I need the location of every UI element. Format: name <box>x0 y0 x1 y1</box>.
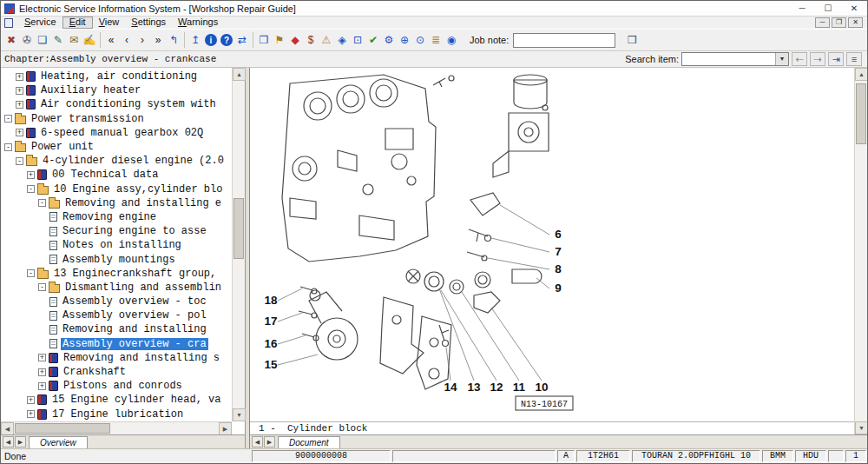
app-icon[interactable] <box>4 3 15 14</box>
page-preview-icon[interactable]: ❏ <box>35 31 50 49</box>
tree-item[interactable]: +Heating, air conditioning <box>1 70 232 83</box>
tree-item[interactable]: +17 Engine lubrication <box>1 408 232 421</box>
vehicle-check-icon[interactable]: ✔ <box>365 31 381 49</box>
maximize-button[interactable]: ☐ <box>815 1 841 16</box>
goto-chapter-icon[interactable]: ⇥ <box>828 52 844 66</box>
tree-item[interactable]: Removing engine <box>1 210 232 224</box>
exit-icon[interactable]: ✖ <box>3 31 19 49</box>
menu-view[interactable]: View <box>93 17 126 29</box>
protection-icon[interactable]: ◈ <box>334 31 350 49</box>
expand-icon[interactable]: + <box>16 87 23 95</box>
menu-service[interactable]: Service <box>18 17 62 29</box>
monitor-icon[interactable]: ⊡ <box>350 31 365 49</box>
tree-item[interactable]: +Removing and installing s <box>1 351 232 365</box>
tree-item[interactable]: +15 Engine cylinder head, va <box>1 393 232 407</box>
tab-nav-right-icon[interactable]: ▶ <box>264 436 275 447</box>
web-icon[interactable]: ◉ <box>444 31 459 49</box>
expand-icon[interactable]: + <box>16 129 23 136</box>
expand-icon[interactable]: + <box>38 382 46 390</box>
scroll-up-icon[interactable]: ▲ <box>855 68 868 81</box>
edit-note-icon[interactable]: ✎ <box>50 31 66 49</box>
tree-item[interactable]: Removing and installing <box>1 322 232 336</box>
collapse-icon[interactable]: - <box>27 269 35 277</box>
tree-hscroll-thumb[interactable] <box>15 423 110 434</box>
wage-data-icon[interactable]: $ <box>303 31 319 49</box>
tab-nav-right-icon[interactable]: ▶ <box>15 436 26 447</box>
collapse-icon[interactable]: - <box>4 115 12 123</box>
nav-last-icon[interactable]: » <box>150 31 166 49</box>
help-icon[interactable]: ? <box>220 34 233 46</box>
tree-item[interactable]: Notes on installing <box>1 238 232 252</box>
search-level-icon[interactable]: ⊕ <box>397 31 412 49</box>
expand-icon[interactable]: + <box>27 410 35 418</box>
menu-settings[interactable]: Settings <box>125 17 172 29</box>
compare-icon[interactable]: ⇄ <box>234 31 250 49</box>
tab-overview[interactable]: Overview <box>29 436 88 448</box>
nav-prev-icon[interactable]: ‹ <box>119 31 135 49</box>
warning-icon[interactable]: ⚠ <box>319 31 334 49</box>
scroll-down-icon[interactable]: ▼ <box>233 408 246 421</box>
tree-item[interactable]: -13 Enginecrankshaft group, <box>1 267 232 281</box>
tree-item[interactable]: Assembly overview - pol <box>1 308 232 322</box>
info-icon[interactable]: i <box>205 34 217 46</box>
close-button[interactable]: ✕ <box>841 1 867 16</box>
bookmark-flag-icon[interactable]: ⚑ <box>272 31 287 49</box>
mail-send-icon[interactable]: ✍ <box>82 31 97 49</box>
document-icon[interactable] <box>4 18 13 28</box>
tree-item[interactable]: Assembly mountings <box>1 252 232 266</box>
mdi-restore-button[interactable]: ❐ <box>832 17 846 28</box>
expand-icon[interactable]: + <box>16 73 23 81</box>
tree-item[interactable]: -4-cylinder diesel engine (2.0 <box>1 154 232 168</box>
mdi-minimize-button[interactable]: ─ <box>815 17 830 28</box>
chevron-down-icon[interactable]: ▼ <box>775 53 788 65</box>
tab-nav-left-icon[interactable]: ◀ <box>252 436 263 447</box>
job-note-input[interactable] <box>513 33 615 48</box>
tree-vertical-scrollbar[interactable]: ▲ ▼ <box>232 68 245 421</box>
search-item-input[interactable] <box>682 53 775 65</box>
mail-icon[interactable]: ✉ <box>66 31 82 49</box>
scroll-right-icon[interactable]: ▶ <box>219 422 232 435</box>
nav-back-icon[interactable]: ↰ <box>166 31 181 49</box>
nav-first-icon[interactable]: « <box>103 31 119 49</box>
tools-icon[interactable]: ⚙ <box>381 31 397 49</box>
tree-item[interactable]: +6-speed manual gearbox 02Q <box>1 126 232 140</box>
menu-warnings[interactable]: Warnings <box>172 17 224 29</box>
tree-item[interactable]: -Power transmission <box>1 112 232 126</box>
workshop-panel-icon[interactable]: ❒ <box>624 31 640 49</box>
expand-icon[interactable]: + <box>38 354 46 361</box>
tree-item[interactable]: -Removing and installing e <box>1 196 232 210</box>
tree-item[interactable]: +Pistons and conrods <box>1 379 232 393</box>
nav-next-icon[interactable]: › <box>135 31 150 49</box>
collapse-icon[interactable]: - <box>38 199 46 207</box>
collapse-icon[interactable]: - <box>27 185 35 193</box>
find-prev-icon[interactable]: ⇠ <box>792 52 807 66</box>
document-view[interactable]: N13-10167 1817161567891413121110 <box>250 68 854 421</box>
collapse-icon[interactable]: - <box>16 157 23 165</box>
tab-nav-left-icon[interactable]: ◀ <box>3 436 14 447</box>
scroll-down-icon[interactable]: ▼ <box>855 421 868 434</box>
expand-icon[interactable]: + <box>27 396 35 404</box>
tree-horizontal-scrollbar[interactable]: ◀ ▶ <box>1 421 232 434</box>
scroll-up-icon[interactable]: ▲ <box>233 68 246 81</box>
tree-item[interactable]: +Crankshaft <box>1 365 232 379</box>
menu-edit[interactable]: Edit <box>62 17 93 29</box>
tree-item[interactable]: Assembly overview - toc <box>1 295 232 308</box>
minimize-button[interactable]: ─ <box>789 1 815 16</box>
tree-item[interactable]: -Dismantling and assemblin <box>1 281 232 295</box>
document-history-icon[interactable]: ❐ <box>256 31 272 49</box>
scroll-left-icon[interactable]: ◀ <box>1 422 14 435</box>
document-scroll-thumb[interactable] <box>856 83 866 144</box>
expand-icon[interactable]: + <box>27 171 35 179</box>
expand-icon[interactable]: + <box>16 101 23 109</box>
tree-item[interactable]: -Power unit <box>1 140 232 154</box>
service-schedule-icon[interactable]: ◆ <box>287 31 303 49</box>
library-icon[interactable]: ≣ <box>428 31 444 49</box>
tree-item[interactable]: Securing engine to asse <box>1 224 232 238</box>
tree-item[interactable]: +Air conditioning system with <box>1 97 232 111</box>
go-top-icon[interactable]: ↥ <box>187 31 203 49</box>
collapse-icon[interactable]: - <box>4 143 12 151</box>
expand-icon[interactable]: + <box>38 368 46 376</box>
tree-item[interactable]: +Auxiliary heater <box>1 83 232 97</box>
find-next-icon[interactable]: ⇢ <box>810 52 825 66</box>
chapter-list-icon[interactable]: ≡ <box>846 52 862 66</box>
